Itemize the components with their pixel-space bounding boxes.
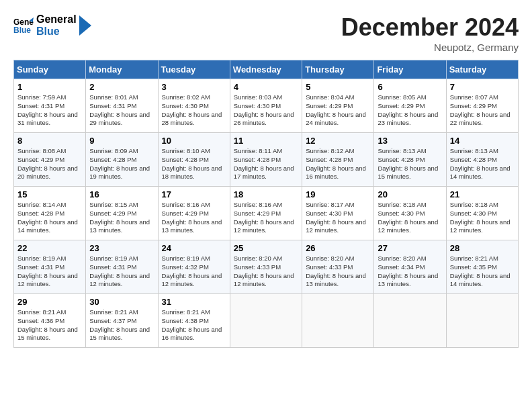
day-details: Sunrise: 8:03 AMSunset: 4:30 PMDaylight:… [234, 93, 298, 128]
day-number: 12 [306, 136, 370, 146]
day-number: 7 [450, 82, 515, 92]
day-number: 10 [162, 136, 226, 146]
day-details: Sunrise: 8:17 AMSunset: 4:30 PMDaylight:… [306, 201, 370, 235]
calendar-cell: 9Sunrise: 8:09 AMSunset: 4:28 PMDaylight… [86, 133, 158, 187]
logo-blue: Blue [36, 26, 77, 38]
day-number: 8 [17, 136, 82, 146]
calendar-cell: 11Sunrise: 8:11 AMSunset: 4:28 PMDayligh… [230, 133, 302, 187]
calendar-cell [446, 294, 518, 348]
calendar-cell: 5Sunrise: 8:04 AMSunset: 4:29 PMDaylight… [302, 79, 374, 133]
day-number: 5 [306, 82, 370, 92]
day-details: Sunrise: 8:08 AMSunset: 4:29 PMDaylight:… [17, 147, 82, 181]
calendar-cell: 12Sunrise: 8:12 AMSunset: 4:28 PMDayligh… [302, 133, 374, 187]
day-details: Sunrise: 8:19 AMSunset: 4:31 PMDaylight:… [89, 255, 154, 289]
day-details: Sunrise: 8:20 AMSunset: 4:33 PMDaylight:… [234, 255, 298, 289]
day-details: Sunrise: 8:07 AMSunset: 4:29 PMDaylight:… [450, 93, 515, 128]
calendar-cell: 16Sunrise: 8:15 AMSunset: 4:29 PMDayligh… [86, 187, 158, 240]
day-number: 30 [89, 297, 154, 307]
logo-general: General [36, 13, 77, 26]
day-details: Sunrise: 8:10 AMSunset: 4:28 PMDaylight:… [162, 147, 226, 181]
logo-arrow-icon [79, 15, 91, 36]
day-details: Sunrise: 8:20 AMSunset: 4:34 PMDaylight:… [378, 255, 442, 289]
day-details: Sunrise: 8:18 AMSunset: 4:30 PMDaylight:… [378, 201, 442, 235]
day-number: 21 [450, 189, 515, 199]
calendar-cell: 23Sunrise: 8:19 AMSunset: 4:31 PMDayligh… [86, 240, 158, 294]
day-number: 18 [234, 189, 298, 199]
day-details: Sunrise: 8:21 AMSunset: 4:37 PMDaylight:… [89, 308, 154, 342]
calendar-cell: 20Sunrise: 8:18 AMSunset: 4:30 PMDayligh… [374, 187, 446, 240]
day-details: Sunrise: 8:21 AMSunset: 4:35 PMDaylight:… [450, 255, 515, 289]
day-number: 26 [306, 243, 370, 253]
calendar-header-row: SundayMondayTuesdayWednesdayThursdayFrid… [14, 60, 519, 79]
calendar-cell: 31Sunrise: 8:21 AMSunset: 4:38 PMDayligh… [158, 294, 230, 348]
day-details: Sunrise: 8:04 AMSunset: 4:29 PMDaylight:… [306, 93, 370, 128]
day-details: Sunrise: 8:05 AMSunset: 4:29 PMDaylight:… [378, 93, 442, 128]
calendar-cell: 27Sunrise: 8:20 AMSunset: 4:34 PMDayligh… [374, 240, 446, 294]
day-number: 28 [450, 243, 515, 253]
header-sunday: Sunday [14, 60, 86, 79]
calendar-cell: 26Sunrise: 8:20 AMSunset: 4:33 PMDayligh… [302, 240, 374, 294]
day-number: 25 [234, 243, 298, 253]
day-details: Sunrise: 8:16 AMSunset: 4:29 PMDaylight:… [162, 201, 226, 235]
header-monday: Monday [86, 60, 158, 79]
location-subtitle: Neupotz, Germany [341, 42, 519, 53]
calendar-cell: 17Sunrise: 8:16 AMSunset: 4:29 PMDayligh… [158, 187, 230, 240]
calendar-cell [302, 294, 374, 348]
calendar-week-2: 8Sunrise: 8:08 AMSunset: 4:29 PMDaylight… [14, 133, 519, 187]
calendar-cell [374, 294, 446, 348]
day-number: 4 [234, 82, 298, 92]
calendar-cell [230, 294, 302, 348]
logo-icon: General Blue [13, 15, 34, 36]
day-number: 3 [162, 82, 226, 92]
calendar-cell: 2Sunrise: 8:01 AMSunset: 4:31 PMDaylight… [86, 79, 158, 133]
day-number: 14 [450, 136, 515, 146]
day-details: Sunrise: 8:21 AMSunset: 4:38 PMDaylight:… [162, 308, 226, 342]
day-details: Sunrise: 8:18 AMSunset: 4:30 PMDaylight:… [450, 201, 515, 235]
calendar-cell: 24Sunrise: 8:19 AMSunset: 4:32 PMDayligh… [158, 240, 230, 294]
calendar-cell: 30Sunrise: 8:21 AMSunset: 4:37 PMDayligh… [86, 294, 158, 348]
day-number: 15 [17, 189, 82, 199]
calendar-cell: 28Sunrise: 8:21 AMSunset: 4:35 PMDayligh… [446, 240, 518, 294]
day-number: 6 [378, 82, 442, 92]
calendar-cell: 22Sunrise: 8:19 AMSunset: 4:31 PMDayligh… [14, 240, 86, 294]
day-number: 13 [378, 136, 442, 146]
calendar-cell: 1Sunrise: 7:59 AMSunset: 4:31 PMDaylight… [14, 79, 86, 133]
header-wednesday: Wednesday [230, 60, 302, 79]
calendar-cell: 4Sunrise: 8:03 AMSunset: 4:30 PMDaylight… [230, 79, 302, 133]
calendar-cell: 14Sunrise: 8:13 AMSunset: 4:28 PMDayligh… [446, 133, 518, 187]
day-details: Sunrise: 8:01 AMSunset: 4:31 PMDaylight:… [89, 93, 154, 128]
day-details: Sunrise: 8:19 AMSunset: 4:32 PMDaylight:… [162, 255, 226, 289]
svg-marker-3 [79, 15, 91, 36]
day-number: 29 [17, 297, 82, 307]
day-number: 20 [378, 189, 442, 199]
title-block: December 2024 Neupotz, Germany [341, 13, 519, 53]
calendar-week-4: 22Sunrise: 8:19 AMSunset: 4:31 PMDayligh… [14, 240, 519, 294]
calendar-cell: 19Sunrise: 8:17 AMSunset: 4:30 PMDayligh… [302, 187, 374, 240]
month-title: December 2024 [341, 13, 519, 42]
calendar-week-1: 1Sunrise: 7:59 AMSunset: 4:31 PMDaylight… [14, 79, 519, 133]
logo: General Blue General Blue [13, 13, 91, 37]
day-number: 2 [89, 82, 154, 92]
day-details: Sunrise: 8:14 AMSunset: 4:28 PMDaylight:… [17, 201, 82, 235]
calendar-week-3: 15Sunrise: 8:14 AMSunset: 4:28 PMDayligh… [14, 187, 519, 240]
calendar-table: SundayMondayTuesdayWednesdayThursdayFrid… [13, 60, 519, 348]
day-number: 16 [89, 189, 154, 199]
calendar-cell: 3Sunrise: 8:02 AMSunset: 4:30 PMDaylight… [158, 79, 230, 133]
calendar-cell: 15Sunrise: 8:14 AMSunset: 4:28 PMDayligh… [14, 187, 86, 240]
day-details: Sunrise: 8:12 AMSunset: 4:28 PMDaylight:… [306, 147, 370, 181]
calendar-cell: 8Sunrise: 8:08 AMSunset: 4:29 PMDaylight… [14, 133, 86, 187]
header-saturday: Saturday [446, 60, 518, 79]
day-details: Sunrise: 8:13 AMSunset: 4:28 PMDaylight:… [378, 147, 442, 181]
calendar-week-5: 29Sunrise: 8:21 AMSunset: 4:36 PMDayligh… [14, 294, 519, 348]
calendar-cell: 25Sunrise: 8:20 AMSunset: 4:33 PMDayligh… [230, 240, 302, 294]
calendar-cell: 10Sunrise: 8:10 AMSunset: 4:28 PMDayligh… [158, 133, 230, 187]
day-details: Sunrise: 8:20 AMSunset: 4:33 PMDaylight:… [306, 255, 370, 289]
calendar-cell: 7Sunrise: 8:07 AMSunset: 4:29 PMDaylight… [446, 79, 518, 133]
day-number: 9 [89, 136, 154, 146]
page-header: General Blue General Blue December 2024 … [13, 13, 519, 53]
day-number: 11 [234, 136, 298, 146]
calendar-cell: 29Sunrise: 8:21 AMSunset: 4:36 PMDayligh… [14, 294, 86, 348]
day-number: 22 [17, 243, 82, 253]
svg-text:Blue: Blue [13, 25, 31, 34]
day-number: 24 [162, 243, 226, 253]
